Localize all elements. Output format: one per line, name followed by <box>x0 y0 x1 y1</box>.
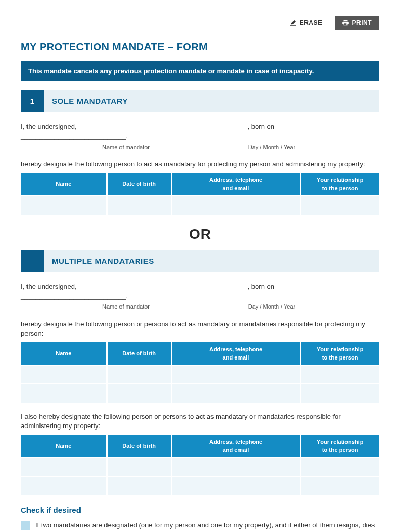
section-1-number: 1 <box>21 90 44 112</box>
undersigned-line-2[interactable]: I, the undersigned, ____________________… <box>21 282 379 301</box>
table-row[interactable] <box>21 458 379 476</box>
check-heading: Check if desired <box>21 504 379 515</box>
check-item-1: If two mandataries are designated (one f… <box>21 521 379 532</box>
th-rel: Your relationship to the person <box>300 435 379 458</box>
print-button[interactable]: PRINT <box>335 16 380 30</box>
table-row[interactable] <box>21 196 379 215</box>
section-2-title: MULTIPLE MANDATARIES <box>44 250 379 272</box>
erase-button[interactable]: ERASE <box>282 16 330 30</box>
sublabel-date-1: Day / Month / Year <box>200 143 343 151</box>
section-1-title: SOLE MANDATARY <box>44 90 379 112</box>
th-dob: Date of birth <box>107 435 171 458</box>
or-divider: OR <box>21 224 379 244</box>
table-row[interactable] <box>21 365 379 384</box>
th-addr: Address, telephone and email <box>171 435 300 458</box>
section-2-header: MULTIPLE MANDATARIES <box>21 250 379 272</box>
sublabel-name-2: Name of mandator <box>21 303 200 311</box>
section-2-number-blank <box>21 250 44 272</box>
print-icon <box>342 19 349 26</box>
th-dob: Date of birth <box>107 342 171 365</box>
check-text-1: If two mandataries are designated (one f… <box>35 521 379 532</box>
th-rel: Your relationship to the person <box>300 173 379 196</box>
sole-mandatary-table: Name Date of birth Address, telephone an… <box>21 173 379 215</box>
th-addr: Address, telephone and email <box>171 342 300 365</box>
multi-person-table: Name Date of birth Address, telephone an… <box>21 342 379 403</box>
th-rel: Your relationship to the person <box>300 342 379 365</box>
cancel-notice: This mandate cancels any previous protec… <box>21 61 379 81</box>
th-name: Name <box>21 435 107 458</box>
erase-label: ERASE <box>300 19 323 26</box>
sublabel-date-2: Day / Month / Year <box>200 303 343 311</box>
th-name: Name <box>21 342 107 365</box>
designate-text-2a: hereby designate the following person or… <box>21 320 379 338</box>
sublabels-2: Name of mandator Day / Month / Year <box>21 303 379 311</box>
toolbar: ERASE PRINT <box>21 16 379 30</box>
th-name: Name <box>21 173 107 196</box>
print-label: PRINT <box>352 19 372 26</box>
th-addr: Address, telephone and email <box>171 173 300 196</box>
page-title: MY PROTECTION MANDATE – FORM <box>21 39 379 54</box>
designate-text-1: hereby designate the following person to… <box>21 159 379 169</box>
erase-icon <box>289 19 297 26</box>
designate-text-2b: I also hereby designate the following pe… <box>21 412 379 431</box>
multi-property-table: Name Date of birth Address, telephone an… <box>21 435 379 495</box>
table-row[interactable] <box>21 384 379 403</box>
sublabels-1: Name of mandator Day / Month / Year <box>21 143 379 151</box>
checkbox-1[interactable] <box>21 521 30 530</box>
th-dob: Date of birth <box>107 173 171 196</box>
table-row[interactable] <box>21 476 379 495</box>
undersigned-line-1[interactable]: I, the undersigned, ____________________… <box>21 122 379 141</box>
section-1-header: 1 SOLE MANDATARY <box>21 90 379 112</box>
sublabel-name-1: Name of mandator <box>21 143 200 151</box>
